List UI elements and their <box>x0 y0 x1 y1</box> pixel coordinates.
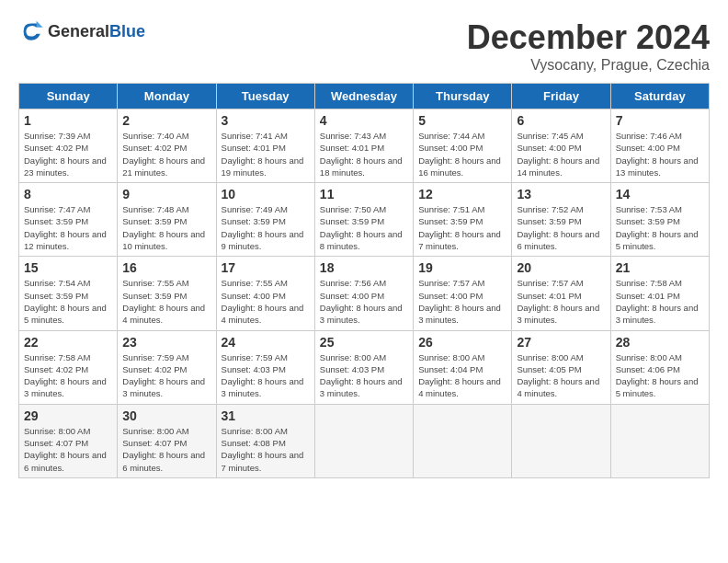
calendar-cell: 16Sunrise: 7:55 AMSunset: 3:59 PMDayligh… <box>118 257 216 330</box>
weekday-header-thursday: Thursday <box>414 84 512 109</box>
day-info: Sunrise: 7:50 AMSunset: 3:59 PMDaylight:… <box>320 203 408 252</box>
week-row-1: 1Sunrise: 7:39 AMSunset: 4:02 PMDaylight… <box>19 109 710 183</box>
weekday-header-sunday: Sunday <box>19 84 118 109</box>
calendar-cell: 12Sunrise: 7:51 AMSunset: 3:59 PMDayligh… <box>414 183 512 257</box>
day-info: Sunrise: 8:00 AMSunset: 4:05 PMDaylight:… <box>517 351 605 400</box>
day-info: Sunrise: 8:00 AMSunset: 4:08 PMDaylight:… <box>222 425 310 474</box>
day-number: 25 <box>320 335 408 350</box>
day-number: 26 <box>418 335 506 350</box>
day-number: 21 <box>616 260 704 275</box>
day-number: 5 <box>418 113 506 128</box>
day-info: Sunrise: 7:59 AMSunset: 4:03 PMDaylight:… <box>222 351 310 400</box>
day-number: 1 <box>24 113 112 128</box>
calendar-body: 1Sunrise: 7:39 AMSunset: 4:02 PMDaylight… <box>19 109 710 478</box>
day-info: Sunrise: 7:43 AMSunset: 4:01 PMDaylight:… <box>320 130 408 178</box>
day-number: 29 <box>24 408 112 423</box>
calendar-cell: 31Sunrise: 8:00 AMSunset: 4:08 PMDayligh… <box>216 404 314 477</box>
day-info: Sunrise: 8:00 AMSunset: 4:06 PMDaylight:… <box>616 351 704 400</box>
day-number: 28 <box>616 335 704 350</box>
calendar-cell <box>512 404 610 477</box>
calendar-table: SundayMondayTuesdayWednesdayThursdayFrid… <box>18 83 710 478</box>
week-row-3: 15Sunrise: 7:54 AMSunset: 3:59 PMDayligh… <box>19 257 710 330</box>
calendar-cell: 14Sunrise: 7:53 AMSunset: 3:59 PMDayligh… <box>610 183 709 257</box>
day-info: Sunrise: 8:00 AMSunset: 4:04 PMDaylight:… <box>418 351 506 400</box>
calendar-cell: 20Sunrise: 7:57 AMSunset: 4:01 PMDayligh… <box>512 257 610 330</box>
day-info: Sunrise: 7:55 AMSunset: 4:00 PMDaylight:… <box>222 277 310 326</box>
header: GeneralBlue December 2024 Vysocany, Prag… <box>18 18 710 74</box>
week-row-2: 8Sunrise: 7:47 AMSunset: 3:59 PMDaylight… <box>19 183 710 257</box>
day-number: 12 <box>418 187 506 201</box>
day-number: 11 <box>320 187 408 201</box>
logo-blue: Blue <box>109 22 145 40</box>
calendar-cell: 5Sunrise: 7:44 AMSunset: 4:00 PMDaylight… <box>414 109 512 183</box>
day-info: Sunrise: 7:56 AMSunset: 4:00 PMDaylight:… <box>320 277 408 326</box>
day-info: Sunrise: 7:59 AMSunset: 4:02 PMDaylight:… <box>122 351 210 400</box>
day-number: 13 <box>517 187 605 201</box>
day-number: 20 <box>517 260 605 275</box>
calendar-cell: 25Sunrise: 8:00 AMSunset: 4:03 PMDayligh… <box>314 330 413 404</box>
day-info: Sunrise: 7:46 AMSunset: 4:00 PMDaylight:… <box>616 130 704 178</box>
logo-text: GeneralBlue <box>48 22 145 41</box>
day-info: Sunrise: 7:53 AMSunset: 3:59 PMDaylight:… <box>616 203 704 252</box>
weekday-header-wednesday: Wednesday <box>314 84 413 109</box>
calendar-cell <box>610 404 709 477</box>
calendar-cell: 27Sunrise: 8:00 AMSunset: 4:05 PMDayligh… <box>512 330 610 404</box>
day-number: 31 <box>222 408 310 423</box>
calendar-cell: 6Sunrise: 7:45 AMSunset: 4:00 PMDaylight… <box>512 109 610 183</box>
weekday-header-saturday: Saturday <box>610 84 709 109</box>
day-info: Sunrise: 7:48 AMSunset: 3:59 PMDaylight:… <box>122 203 210 252</box>
day-info: Sunrise: 8:00 AMSunset: 4:07 PMDaylight:… <box>24 425 112 474</box>
calendar-cell: 10Sunrise: 7:49 AMSunset: 3:59 PMDayligh… <box>216 183 314 257</box>
calendar-cell <box>414 404 512 477</box>
calendar-cell: 26Sunrise: 8:00 AMSunset: 4:04 PMDayligh… <box>414 330 512 404</box>
calendar-cell: 9Sunrise: 7:48 AMSunset: 3:59 PMDaylight… <box>118 183 216 257</box>
weekday-header: SundayMondayTuesdayWednesdayThursdayFrid… <box>19 84 710 109</box>
day-number: 8 <box>24 187 112 201</box>
week-row-5: 29Sunrise: 8:00 AMSunset: 4:07 PMDayligh… <box>19 404 710 477</box>
weekday-header-tuesday: Tuesday <box>216 84 314 109</box>
calendar-cell <box>314 404 413 477</box>
calendar-cell: 3Sunrise: 7:41 AMSunset: 4:01 PMDaylight… <box>216 109 314 183</box>
day-number: 14 <box>616 187 704 201</box>
calendar-cell: 17Sunrise: 7:55 AMSunset: 4:00 PMDayligh… <box>216 257 314 330</box>
calendar-cell: 13Sunrise: 7:52 AMSunset: 3:59 PMDayligh… <box>512 183 610 257</box>
month-title: December 2024 <box>467 18 710 57</box>
calendar-cell: 18Sunrise: 7:56 AMSunset: 4:00 PMDayligh… <box>314 257 413 330</box>
day-number: 16 <box>122 260 210 275</box>
calendar-cell: 4Sunrise: 7:43 AMSunset: 4:01 PMDaylight… <box>314 109 413 183</box>
day-number: 30 <box>122 408 210 423</box>
day-info: Sunrise: 7:39 AMSunset: 4:02 PMDaylight:… <box>24 130 112 178</box>
day-info: Sunrise: 7:51 AMSunset: 3:59 PMDaylight:… <box>418 203 506 252</box>
day-info: Sunrise: 7:57 AMSunset: 4:00 PMDaylight:… <box>418 277 506 326</box>
day-info: Sunrise: 7:55 AMSunset: 3:59 PMDaylight:… <box>122 277 210 326</box>
day-number: 2 <box>122 113 210 128</box>
calendar-cell: 1Sunrise: 7:39 AMSunset: 4:02 PMDaylight… <box>19 109 118 183</box>
day-number: 6 <box>517 113 605 128</box>
day-info: Sunrise: 7:47 AMSunset: 3:59 PMDaylight:… <box>24 203 112 252</box>
weekday-header-friday: Friday <box>512 84 610 109</box>
calendar-cell: 28Sunrise: 8:00 AMSunset: 4:06 PMDayligh… <box>610 330 709 404</box>
day-info: Sunrise: 8:00 AMSunset: 4:03 PMDaylight:… <box>320 351 408 400</box>
day-number: 23 <box>122 335 210 350</box>
day-number: 9 <box>122 187 210 201</box>
day-number: 27 <box>517 335 605 350</box>
title-area: December 2024 Vysocany, Prague, Czechia <box>467 18 710 74</box>
day-number: 22 <box>24 335 112 350</box>
calendar-cell: 7Sunrise: 7:46 AMSunset: 4:00 PMDaylight… <box>610 109 709 183</box>
logo: GeneralBlue <box>18 18 145 44</box>
calendar-cell: 23Sunrise: 7:59 AMSunset: 4:02 PMDayligh… <box>118 330 216 404</box>
day-info: Sunrise: 7:54 AMSunset: 3:59 PMDaylight:… <box>24 277 112 326</box>
day-info: Sunrise: 7:45 AMSunset: 4:00 PMDaylight:… <box>517 130 605 178</box>
day-number: 10 <box>222 187 310 201</box>
day-number: 24 <box>222 335 310 350</box>
day-info: Sunrise: 7:49 AMSunset: 3:59 PMDaylight:… <box>222 203 310 252</box>
calendar-cell: 29Sunrise: 8:00 AMSunset: 4:07 PMDayligh… <box>19 404 118 477</box>
day-number: 18 <box>320 260 408 275</box>
calendar-cell: 2Sunrise: 7:40 AMSunset: 4:02 PMDaylight… <box>118 109 216 183</box>
day-number: 15 <box>24 260 112 275</box>
day-info: Sunrise: 7:41 AMSunset: 4:01 PMDaylight:… <box>222 130 310 178</box>
day-info: Sunrise: 7:52 AMSunset: 3:59 PMDaylight:… <box>517 203 605 252</box>
calendar-cell: 11Sunrise: 7:50 AMSunset: 3:59 PMDayligh… <box>314 183 413 257</box>
day-number: 19 <box>418 260 506 275</box>
day-number: 4 <box>320 113 408 128</box>
